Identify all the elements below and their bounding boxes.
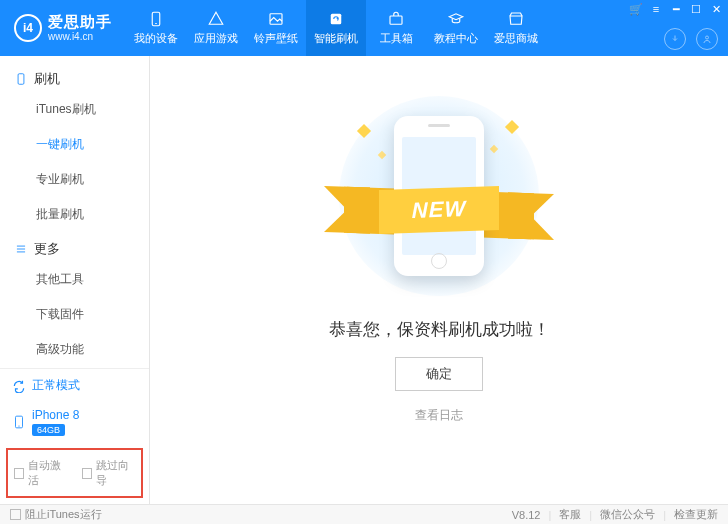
menu-icon[interactable]: ≡ [650,3,662,15]
support-link[interactable]: 客服 [559,507,581,522]
device-info[interactable]: iPhone 8 64GB [0,402,149,444]
success-message: 恭喜您，保资料刷机成功啦！ [329,318,550,341]
divider: | [663,509,666,521]
brand-url: www.i4.cn [48,31,112,42]
phone-icon [147,10,165,28]
checkbox-icon [10,509,21,520]
sidebar-item-pro-flash[interactable]: 专业刷机 [0,162,149,197]
success-illustration: NEW [319,96,559,296]
svg-rect-4 [390,16,402,24]
sidebar-options-highlight: 自动激活 跳过向导 [6,448,143,498]
ok-button[interactable]: 确定 [395,357,483,391]
section-label: 更多 [34,240,60,258]
sidebar-section-more: 更多 [0,232,149,262]
ribbon-new: NEW [379,186,499,234]
list-icon [14,242,28,256]
nav-label: 应用游戏 [194,31,238,46]
toolbox-icon [387,10,405,28]
sidebar-section-flash: 刷机 [0,62,149,92]
phone-icon [14,72,28,86]
status-label: 正常模式 [32,377,80,394]
checkbox-label: 阻止iTunes运行 [25,507,102,522]
sidebar: 刷机 iTunes刷机 一键刷机 专业刷机 批量刷机 更多 其他工具 下载固件 … [0,56,150,504]
image-icon [267,10,285,28]
storage-badge: 64GB [32,424,65,436]
nav-tutorials[interactable]: 教程中心 [426,0,486,56]
close-icon[interactable]: ✕ [710,3,722,15]
window-controls: 🛒 ≡ ━ ☐ ✕ [630,3,722,15]
device-name: iPhone 8 [32,408,79,422]
maximize-icon[interactable]: ☐ [690,3,702,15]
divider: | [589,509,592,521]
wechat-link[interactable]: 微信公众号 [600,507,655,522]
check-update-link[interactable]: 检查更新 [674,507,718,522]
nav-label: 工具箱 [380,31,413,46]
refresh-icon [12,379,26,393]
divider: | [548,509,551,521]
svg-point-5 [706,36,709,39]
checkbox-auto-activate[interactable]: 自动激活 [14,458,68,488]
svg-rect-3 [331,14,342,25]
status-bar: 阻止iTunes运行 V8.12 | 客服 | 微信公众号 | 检查更新 [0,504,728,524]
nav-flash[interactable]: 智能刷机 [306,0,366,56]
view-log-link[interactable]: 查看日志 [415,407,463,424]
minimize-icon[interactable]: ━ [670,3,682,15]
version-label: V8.12 [512,509,541,521]
sidebar-item-advanced[interactable]: 高级功能 [0,332,149,367]
nav-label: 爱思商城 [494,31,538,46]
store-icon [507,10,525,28]
checkbox-block-itunes[interactable]: 阻止iTunes运行 [10,507,102,522]
section-label: 刷机 [34,70,60,88]
refresh-icon [327,10,345,28]
main-content: NEW 恭喜您，保资料刷机成功啦！ 确定 查看日志 [150,56,728,504]
nav-store[interactable]: 爱思商城 [486,0,546,56]
user-button[interactable] [696,28,718,50]
checkbox-label: 跳过向导 [96,458,135,488]
graduation-icon [447,10,465,28]
nav-label: 教程中心 [434,31,478,46]
cart-icon[interactable]: 🛒 [630,3,642,15]
nav-toolbox[interactable]: 工具箱 [366,0,426,56]
nav-label: 我的设备 [134,31,178,46]
device-status[interactable]: 正常模式 [0,368,149,402]
apps-icon [207,10,225,28]
nav-apps[interactable]: 应用游戏 [186,0,246,56]
svg-rect-6 [18,74,24,85]
nav-label: 智能刷机 [314,31,358,46]
nav-label: 铃声壁纸 [254,31,298,46]
checkbox-icon [82,468,92,479]
app-header: i4 爱思助手 www.i4.cn 我的设备 应用游戏 铃声壁纸 智能刷机 工具… [0,0,728,56]
app-body: 刷机 iTunes刷机 一键刷机 专业刷机 批量刷机 更多 其他工具 下载固件 … [0,56,728,504]
sidebar-item-batch-flash[interactable]: 批量刷机 [0,197,149,232]
header-right-actions [664,28,718,50]
sidebar-item-download-fw[interactable]: 下载固件 [0,297,149,332]
brand-logo-icon: i4 [14,14,42,42]
brand: i4 爱思助手 www.i4.cn [0,14,122,42]
checkbox-icon [14,468,24,479]
sidebar-item-oneclick-flash[interactable]: 一键刷机 [0,127,149,162]
top-nav: 我的设备 应用游戏 铃声壁纸 智能刷机 工具箱 教程中心 爱思商城 [126,0,546,56]
checkbox-label: 自动激活 [28,458,67,488]
nav-ringtones[interactable]: 铃声壁纸 [246,0,306,56]
phone-icon [12,413,26,431]
nav-my-device[interactable]: 我的设备 [126,0,186,56]
sidebar-item-other-tools[interactable]: 其他工具 [0,262,149,297]
checkbox-skip-guide[interactable]: 跳过向导 [82,458,136,488]
brand-name: 爱思助手 [48,14,112,31]
sidebar-item-itunes-flash[interactable]: iTunes刷机 [0,92,149,127]
download-button[interactable] [664,28,686,50]
